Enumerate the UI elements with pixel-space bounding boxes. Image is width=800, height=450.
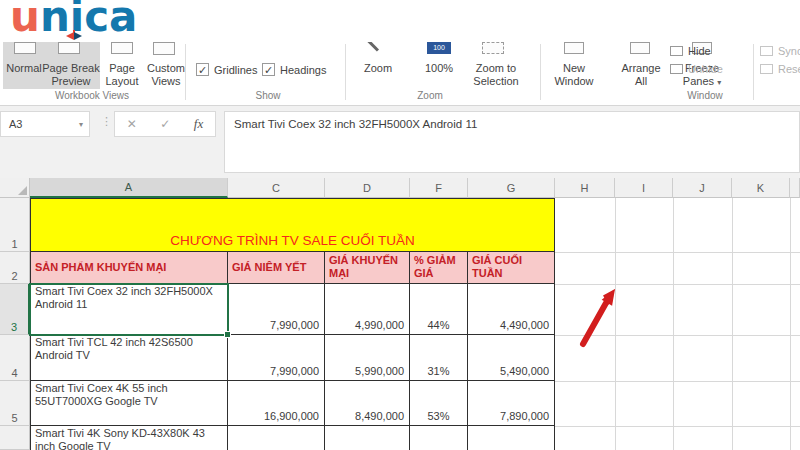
row-header-4[interactable]: 4	[0, 335, 30, 381]
gridline	[555, 284, 800, 285]
custom-views-icon	[153, 42, 175, 55]
unhide-button[interactable]: Unhide	[670, 63, 723, 75]
cell-G5-weekend-price[interactable]: 7,890,000	[468, 381, 555, 426]
insert-function-icon[interactable]: fx	[194, 116, 203, 132]
cell-A4-product[interactable]: Smart Tivi TCL 42 inch 42S6500 Android T…	[31, 335, 228, 381]
column-header-A[interactable]: A	[30, 178, 228, 198]
reset-window-position-label: Reset Window Position	[778, 63, 800, 75]
row-header-1[interactable]: 1	[0, 198, 30, 252]
reset-window-position-icon	[760, 64, 773, 74]
cell-A1-sale-title[interactable]: CHƯƠNG TRÌNH TV SALE CUỐI TUẦN	[31, 199, 555, 252]
header-list-price-label: GIÁ NIÊM YẾT	[232, 261, 306, 274]
column-header-partial[interactable]	[790, 178, 800, 198]
zoom-100-button[interactable]: 100%	[416, 62, 462, 75]
cell-C5-list-price[interactable]: 16,900,000	[228, 381, 325, 426]
workbook-views-group-label: Workbook Views	[32, 90, 152, 101]
cell-D2-header-promo-price[interactable]: GIÁ KHUYẾN MẠI	[325, 252, 410, 284]
row-header-5[interactable]: 5	[0, 381, 30, 426]
select-all-corner[interactable]	[0, 178, 30, 198]
gridline	[673, 198, 674, 450]
product-name: Smart Tivi Coex 4K 55 inch 55UT7000XG Go…	[35, 382, 168, 407]
reset-window-position-button[interactable]: Reset Window Position	[760, 63, 800, 75]
zoom-button[interactable]: Zoom	[355, 62, 401, 75]
formula-bar-drag-handle[interactable]: ⋮	[101, 115, 112, 128]
cell-G3-weekend-price[interactable]: 4,490,000	[468, 284, 555, 335]
cell-F4-discount[interactable]: 31%	[410, 335, 468, 381]
checkbox-checked-icon: ✓	[196, 63, 209, 76]
column-header-D[interactable]: D	[325, 178, 410, 198]
cell-F5-discount[interactable]: 53%	[410, 381, 468, 426]
cell-G2-header-weekend-price[interactable]: GIÁ CUỐI TUẦN	[468, 252, 555, 284]
arrange-all-button[interactable]: Arrange All	[614, 62, 668, 88]
headings-checkbox[interactable]: ✓ Headings	[262, 63, 326, 76]
column-header-K[interactable]: K	[732, 178, 790, 198]
row-header-6[interactable]	[0, 426, 30, 450]
zoom-to-selection-button[interactable]: Zoom to Selection	[466, 62, 526, 88]
gridlines-checkbox[interactable]: ✓ Gridlines	[196, 63, 257, 76]
cell-C6-list-price[interactable]	[228, 426, 325, 450]
cell-A5-product[interactable]: Smart Tivi Coex 4K 55 inch 55UT7000XG Go…	[31, 381, 228, 426]
cell-F6-discount[interactable]	[410, 426, 468, 450]
custom-views-label-2: Views	[144, 75, 188, 88]
hide-button[interactable]: Hide	[670, 45, 711, 57]
cell-A6-product[interactable]: Smart Tivi 4K Sony KD-43X80K 43 inch Goo…	[31, 426, 228, 450]
row-header-5-label: 5	[11, 412, 17, 424]
gridline	[732, 198, 733, 450]
column-header-F[interactable]: F	[410, 178, 468, 198]
column-header-C[interactable]: C	[228, 178, 325, 198]
arrange-all-icon	[630, 42, 650, 54]
custom-views-label-1: Custom	[144, 62, 188, 75]
cell-D3-promo-price[interactable]: 4,990,000	[325, 284, 410, 335]
gridline	[555, 252, 800, 253]
formula-input[interactable]: Smart Tivi Coex 32 inch 32FH5000X Androi…	[224, 111, 800, 173]
group-divider	[345, 44, 346, 100]
confirm-entry-icon[interactable]: ✓	[160, 117, 170, 131]
group-divider	[185, 44, 186, 100]
cell-G6-weekend-price[interactable]	[468, 426, 555, 450]
header-discount-label: % GIẢM GIÁ	[414, 254, 456, 279]
row-header-3[interactable]: 3	[0, 284, 30, 335]
weekend-price-value: 7,890,000	[500, 410, 549, 422]
cell-C2-header-list-price[interactable]: GIÁ NIÊM YẾT	[228, 252, 325, 284]
page-break-preview-button[interactable]: Page Break Preview	[42, 62, 100, 88]
cell-G4-weekend-price[interactable]: 5,490,000	[468, 335, 555, 381]
row-header-2-label: 2	[11, 270, 17, 282]
normal-view-button[interactable]: Normal	[2, 62, 46, 75]
name-box-dropdown-icon[interactable]: ▾	[79, 120, 89, 129]
zoom-group-label: Zoom	[380, 90, 480, 101]
page-break-preview-icon	[58, 42, 80, 54]
column-header-J[interactable]: J	[673, 178, 732, 198]
gridlines-label: Gridlines	[214, 64, 257, 76]
discount-value: 44%	[427, 319, 449, 331]
gridline	[555, 335, 800, 336]
freeze-panes-label-2: Panes	[683, 75, 714, 87]
new-window-button[interactable]: New Window	[550, 62, 598, 88]
cancel-entry-icon[interactable]: ✕	[127, 117, 137, 131]
cell-A2-header-product[interactable]: SẢN PHẨM KHUYẾN MẠI	[31, 252, 228, 284]
name-box[interactable]: A3 ▾	[0, 111, 90, 137]
cell-D5-promo-price[interactable]: 8,490,000	[325, 381, 410, 426]
custom-views-button[interactable]: Custom Views	[144, 62, 188, 88]
show-group-label: Show	[218, 90, 318, 101]
column-header-I[interactable]: I	[615, 178, 673, 198]
gridline	[555, 381, 800, 382]
row-header-3-label: 3	[11, 321, 17, 333]
cell-C3-list-price[interactable]: 7,990,000	[228, 284, 325, 335]
synchronous-scrolling-button[interactable]: Synchronous Scrolling	[760, 45, 800, 57]
row-header-2[interactable]: 2	[0, 252, 30, 284]
cell-C4-list-price[interactable]: 7,990,000	[228, 335, 325, 381]
weekend-price-value: 4,490,000	[500, 319, 549, 331]
cell-F2-header-discount[interactable]: % GIẢM GIÁ	[410, 252, 468, 284]
checkbox-checked-icon: ✓	[262, 63, 275, 76]
formula-buttons: ✕ ✓ fx	[114, 111, 216, 137]
cell-D6-promo-price[interactable]	[325, 426, 410, 450]
cell-D4-promo-price[interactable]: 5,990,000	[325, 335, 410, 381]
excel-window: unica 100 Normal Page Break	[0, 0, 800, 450]
top-logo-band: unica	[0, 0, 800, 42]
page-layout-button[interactable]: Page Layout	[100, 62, 144, 88]
cell-A3-product[interactable]: Smart Tivi Coex 32 inch 32FH5000X Androi…	[31, 284, 228, 335]
cell-F3-discount[interactable]: 44%	[410, 284, 468, 335]
column-header-H[interactable]: H	[555, 178, 615, 198]
promo-price-value: 5,990,000	[355, 365, 404, 377]
column-header-G[interactable]: G	[468, 178, 555, 198]
